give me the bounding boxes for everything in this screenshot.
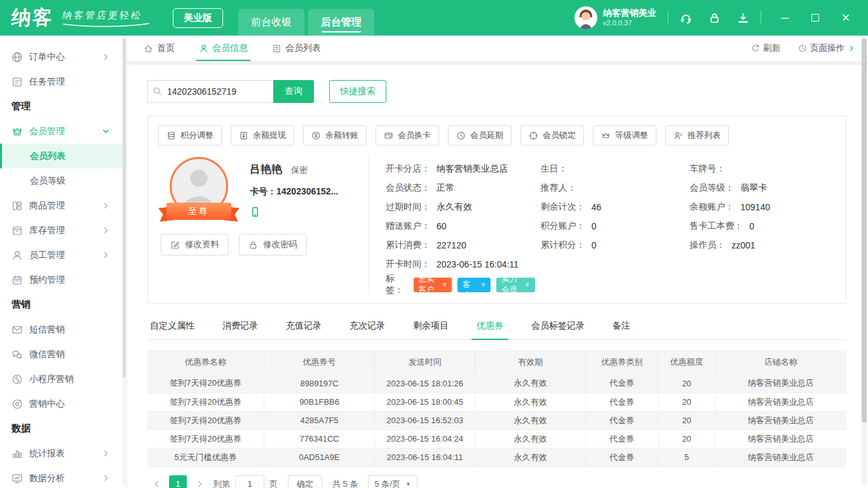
sidebar-item[interactable]: 库存管理 [0,218,126,243]
chevron-right-icon [102,251,110,259]
table-row: 签到7天得20优惠券 4285A7F5 2023-06-15 16:52:03 … [147,411,846,430]
chevron-right-icon [196,480,204,488]
goto-page-input[interactable] [235,475,264,488]
sidebar-item[interactable]: 短信营销 [0,317,126,342]
detail-tab[interactable]: 充值记录 [285,314,323,339]
detail-tab[interactable]: 充次记录 [348,314,386,339]
search-input[interactable] [147,80,273,103]
detail-row: 余额账户： 109140 [689,198,836,217]
sidebar-item-label: 营销 [11,299,31,311]
chevron-right-icon [102,474,110,482]
page-ops-icon [798,44,807,53]
sidebar-item[interactable]: 员工管理 [0,243,126,268]
minimize-button[interactable]: ─ [779,12,790,24]
transfer-icon [311,131,321,140]
quick-search-button[interactable]: 快捷搜索 [329,80,386,103]
detail-tab[interactable]: 备注 [611,314,632,339]
edit-profile-button[interactable]: 修改资料 [161,234,229,255]
page-tab[interactable]: 首页 [144,36,175,61]
edit-password-button[interactable]: 修改密码 [239,234,307,255]
sidebar-item[interactable]: 数据分析 [0,466,126,488]
sidebar-item[interactable]: 营销 [0,292,126,317]
page-size-select[interactable]: 5 条/页 ▼ [368,475,417,488]
total-count: 共 5 条 [332,478,358,488]
sidebar-item[interactable]: 预约管理 [0,268,126,292]
goto-confirm-button[interactable]: 确定 [288,475,322,488]
card-icon [384,131,393,140]
sidebar-item[interactable]: 统计报表 [0,441,126,466]
member-action-button[interactable]: 积分调整 [158,125,222,146]
close-button[interactable]: × [840,12,851,24]
header-nav-tab[interactable]: 前台收银 [238,9,304,36]
trash-icon[interactable] [525,281,529,288]
select-arrow-icon: ▼ [405,481,411,487]
page-tab[interactable]: 会员信息 [199,36,248,61]
header-divider-2 [761,11,761,25]
column-header: 优惠券名称 [147,350,264,374]
home-icon [144,44,153,53]
next-page-button[interactable] [191,475,208,488]
chevron-right-icon [102,449,110,458]
table-row: 5元无门槛优惠券 0AD51A9E 2023-06-15 16:04:11 永久… [147,448,846,466]
detail-tab[interactable]: 优惠券 [475,314,505,339]
sidebar-item[interactable]: 微信营销 [0,342,126,367]
detail-row: 会员等级： 翡翠卡 [689,179,836,198]
edition-badge[interactable]: 美业版 [173,8,223,28]
trash-icon[interactable] [481,281,485,288]
maximize-button[interactable] [810,12,821,24]
user-avatar [574,6,597,29]
sidebar-item[interactable]: 任务管理 [0,69,126,94]
member-name: 吕艳艳 [250,162,282,177]
sidebar-item[interactable]: 数据 [0,416,126,441]
headset-icon[interactable] [680,12,692,24]
member-action-button[interactable]: 会员锁定 [520,125,584,146]
lock-icon[interactable] [709,12,721,24]
detail-tab[interactable]: 自定义属性 [149,314,196,339]
app-version: v2.0.0.37 [603,19,656,28]
lock-target-icon [529,131,538,140]
member-tag: 新客户 [458,278,491,292]
sidebar-item[interactable]: 商品管理 [0,193,126,218]
download-icon[interactable] [737,12,749,24]
member-action-button[interactable]: 余额提现 [231,125,294,146]
query-button[interactable]: 查询 [273,80,314,103]
sidebar-item[interactable]: 会员管理 [0,119,126,144]
trash-icon[interactable] [442,281,447,288]
prev-page-button[interactable] [147,475,165,488]
sidebar-item-label: 微信营销 [29,349,65,360]
staff-icon [11,250,23,261]
detail-tab[interactable]: 会员标签记录 [530,314,586,339]
sidebar-item[interactable]: 营销中心 [0,391,126,416]
sidebar-scrollbar[interactable] [123,38,126,485]
phone-icon[interactable] [250,207,261,217]
referral-icon [674,131,683,140]
sidebar-item[interactable]: 小程序营销 [0,367,126,391]
sidebar-item-label: 员工管理 [29,250,65,261]
member-action-button[interactable]: 会员延期 [448,125,512,146]
page-operations-button[interactable]: 页面操作 [798,43,855,54]
detail-tab[interactable]: 剩余项目 [412,314,450,339]
main-scrollbar[interactable] [862,38,867,485]
detail-row: 售卡工本费： 0 [689,217,836,236]
sidebar-item[interactable]: 会员列表 [0,144,126,168]
header-nav-tab[interactable]: 后台管理 [308,9,374,36]
member-action-button[interactable]: 等级调整 [593,125,656,146]
detail-row: 推荐人： [541,179,689,198]
logo-characters: 纳客 [11,6,54,29]
user-account[interactable]: 纳客营销美业 v2.0.0.37 [574,6,656,29]
member-action-button[interactable]: 会员换卡 [376,125,439,146]
sidebar-item[interactable]: 管理 [0,94,126,119]
page-tab[interactable]: 会员列表 [272,36,321,61]
sidebar-item[interactable]: 订单中心 [0,44,126,69]
logo-tagline: 纳客管店更轻松 [62,10,150,27]
member-action-button[interactable]: 推荐列表 [665,125,729,146]
detail-tab[interactable]: 消费记录 [221,314,259,339]
member-action-button[interactable]: 余额转账 [303,125,367,146]
window-controls: ─ × [779,12,857,24]
refresh-button[interactable]: 刷新 [751,43,780,54]
sidebar-item[interactable]: 会员等级 [0,168,126,193]
current-page-button[interactable]: 1 [169,475,187,488]
chevron-right-icon [102,201,110,210]
sidebar-item-label: 统计报表 [29,448,65,459]
sidebar-item-label: 订单中心 [29,51,65,63]
